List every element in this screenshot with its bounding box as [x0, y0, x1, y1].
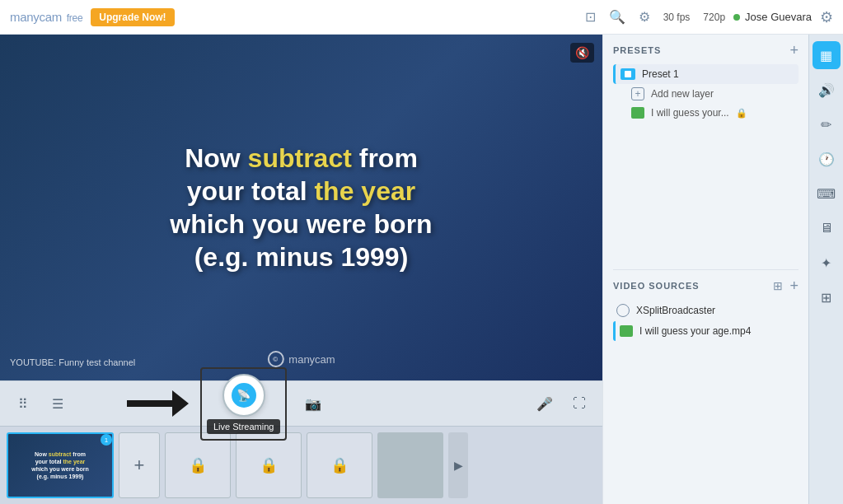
effects-tab-icon[interactable]: ✦ [813, 249, 841, 277]
list-button[interactable]: ☰ [43, 389, 73, 418]
thumb-text: Now subtract from your total the year wh… [28, 447, 92, 483]
layer-thumb-item[interactable]: I will guess your... 🔒 [613, 104, 799, 122]
manycam-brand: © manycam [267, 351, 335, 367]
thumbnail-strip: Now subtract from your total the year wh… [0, 426, 602, 504]
video-sources-header: VIDEO SOURCES ⊞ + [613, 278, 799, 293]
keyboard-tab-icon[interactable]: ⌨ [813, 180, 841, 208]
thumb-lock-3[interactable]: 🔒 [307, 432, 372, 498]
display-tab-icon[interactable]: 🖥 [813, 214, 841, 242]
user-info: Jose Guevara [733, 11, 812, 23]
preset-item-1[interactable]: Preset 1 [613, 64, 799, 84]
user-status-dot [733, 14, 740, 21]
presets-tab-icon[interactable]: ▦ [813, 41, 841, 69]
app-logo: manycam free [10, 10, 82, 24]
bottom-toolbar: ⠿ ☰ 📡 Live Streaming 📷 [0, 380, 602, 426]
stream-icon: 📡 [232, 383, 256, 408]
video-area: Now subtract from your total the year wh… [0, 35, 602, 380]
crop-icon[interactable]: ⊡ [585, 9, 596, 25]
live-streaming-label: Live Streaming [207, 419, 280, 434]
dots-menu-button[interactable]: ⠿ [8, 389, 38, 418]
far-right-panel: ▦ 🔊 ✏ 🕐 ⌨ 🖥 ✦ ⊞ [808, 35, 843, 504]
thumb-lock-2[interactable]: 🔒 [236, 432, 302, 498]
video-text: Now subtract from your total the year wh… [170, 142, 432, 273]
live-streaming-container: 📡 Live Streaming [200, 367, 287, 441]
layer-add[interactable]: + Add new layer [613, 84, 799, 104]
thumb-next-button[interactable]: ▶ [448, 432, 468, 498]
resolution-display: 720p [703, 12, 725, 23]
sources-header-icons: ⊞ + [773, 278, 799, 293]
layer-thumb-icon [631, 107, 644, 119]
right-panel: PRESETS + Preset 1 + Add new layer I wil… [602, 35, 808, 504]
presets-section: PRESETS + Preset 1 + Add new layer I wil… [603, 35, 808, 269]
brand-logo: © [267, 351, 283, 367]
layer-add-icon: + [631, 87, 644, 100]
sources-add-button[interactable]: + [789, 278, 799, 293]
preset-icon [621, 68, 635, 80]
bottom-section: ⠿ ☰ 📡 Live Streaming 📷 [0, 380, 602, 504]
top-bar: manycam free Upgrade Now! ⊡ 🔍 ⚙ 30 fps 7… [0, 0, 843, 35]
source-item-xsplit[interactable]: XSplitBroadcaster [613, 300, 799, 321]
presets-header: PRESETS + [613, 43, 799, 58]
thumb-badge: 1 [101, 434, 112, 446]
camera-button[interactable]: 📷 [298, 389, 328, 418]
thumb-main-preview: Now subtract from your total the year wh… [7, 432, 114, 498]
clock-tab-icon[interactable]: 🕐 [813, 145, 841, 173]
mic-button[interactable]: 🎤 [530, 389, 560, 418]
video-sources-section: VIDEO SOURCES ⊞ + XSplitBroadcaster I wi… [603, 270, 808, 505]
thumb-add-button[interactable]: + [119, 432, 160, 498]
volume-tab-icon[interactable]: 🔊 [813, 76, 841, 104]
center-panel: Now subtract from your total the year wh… [0, 35, 602, 504]
source-thumb-icon [620, 325, 633, 337]
settings-icon[interactable]: ⚙ [639, 9, 650, 25]
top-bar-icons: ⊡ 🔍 ⚙ 30 fps 720p [585, 9, 725, 25]
fps-display: 30 fps [663, 12, 691, 23]
mute-icon[interactable]: 🔇 [570, 43, 594, 63]
presets-add-button[interactable]: + [789, 43, 799, 58]
live-streaming-button[interactable]: 📡 [222, 374, 265, 417]
expand-button[interactable]: ⛶ [564, 389, 594, 418]
layer-lock-icon: 🔒 [736, 108, 747, 119]
source-label-video: I will guess your age.mp4 [639, 325, 751, 337]
thumbnail-main[interactable]: Now subtract from your total the year wh… [7, 432, 114, 498]
gear-icon[interactable]: ⚙ [820, 8, 833, 26]
zoom-icon[interactable]: 🔍 [609, 9, 625, 25]
layer-thumb-label: I will guess your... [651, 107, 729, 119]
layer-add-label: Add new layer [651, 88, 714, 100]
source-item-video[interactable]: I will guess your age.mp4 [613, 321, 799, 341]
source-circle-icon [616, 304, 630, 317]
thumb-gray [377, 432, 443, 498]
thumb-lock-1[interactable]: 🔒 [165, 432, 231, 498]
preset-label: Preset 1 [642, 68, 679, 80]
presets-title: PRESETS [613, 45, 661, 55]
main-content: Now subtract from your total the year wh… [0, 35, 843, 504]
grid2-tab-icon[interactable]: ⊞ [813, 283, 841, 311]
source-label-xsplit: XSplitBroadcaster [636, 305, 715, 316]
user-name: Jose Guevara [745, 11, 812, 23]
upgrade-button[interactable]: Upgrade Now! [91, 8, 174, 26]
video-sources-title: VIDEO SOURCES [613, 281, 700, 291]
draw-tab-icon[interactable]: ✏ [813, 110, 841, 138]
youtube-label: YOUTUBE: Funny test channel [10, 357, 135, 367]
arrow-indicator [127, 390, 189, 417]
sources-grid-icon[interactable]: ⊞ [773, 279, 783, 292]
video-content: Now subtract from your total the year wh… [0, 35, 602, 380]
